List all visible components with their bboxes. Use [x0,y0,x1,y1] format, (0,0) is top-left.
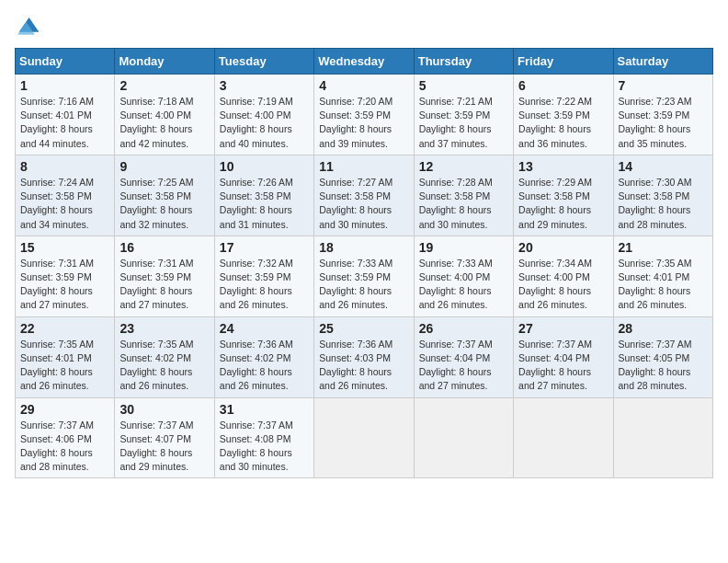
calendar-cell [414,397,513,478]
day-number: 18 [319,240,408,255]
day-number: 3 [220,78,309,93]
calendar-cell: 31Sunrise: 7:37 AMSunset: 4:08 PMDayligh… [214,397,313,478]
day-number: 12 [419,159,508,174]
calendar-cell: 7Sunrise: 7:23 AMSunset: 3:59 PMDaylight… [613,75,712,155]
day-number: 16 [119,240,209,255]
day-detail: Sunrise: 7:27 AMSunset: 3:58 PMDaylight:… [319,176,408,232]
calendar-cell: 19Sunrise: 7:33 AMSunset: 4:00 PMDayligh… [414,236,513,316]
day-number: 15 [20,240,109,255]
day-detail: Sunrise: 7:37 AMSunset: 4:05 PMDaylight:… [619,338,708,394]
day-detail: Sunrise: 7:20 AMSunset: 3:59 PMDaylight:… [319,95,408,151]
calendar-cell: 26Sunrise: 7:37 AMSunset: 4:04 PMDayligh… [414,316,513,397]
day-number: 19 [419,240,508,255]
day-detail: Sunrise: 7:18 AMSunset: 4:00 PMDaylight:… [119,95,209,151]
logo [15,15,44,40]
calendar-cell: 16Sunrise: 7:31 AMSunset: 3:59 PMDayligh… [115,236,214,316]
calendar-week-row: 29Sunrise: 7:37 AMSunset: 4:06 PMDayligh… [16,397,713,478]
calendar-cell: 18Sunrise: 7:33 AMSunset: 3:59 PMDayligh… [314,236,414,316]
day-number: 5 [419,78,508,93]
day-detail: Sunrise: 7:24 AMSunset: 3:58 PMDaylight:… [20,176,109,232]
calendar-cell: 5Sunrise: 7:21 AMSunset: 3:59 PMDaylight… [414,75,513,155]
calendar-cell: 24Sunrise: 7:36 AMSunset: 4:02 PMDayligh… [214,316,313,397]
calendar-week-row: 1Sunrise: 7:16 AMSunset: 4:01 PMDaylight… [16,75,713,155]
column-header-saturday: Saturday [613,49,712,75]
day-detail: Sunrise: 7:21 AMSunset: 3:59 PMDaylight:… [419,95,508,151]
calendar-cell: 27Sunrise: 7:37 AMSunset: 4:04 PMDayligh… [514,316,613,397]
day-detail: Sunrise: 7:26 AMSunset: 3:58 PMDaylight:… [220,176,309,232]
day-number: 26 [419,321,508,336]
calendar-cell: 25Sunrise: 7:36 AMSunset: 4:03 PMDayligh… [314,316,414,397]
day-number: 22 [20,321,109,336]
day-detail: Sunrise: 7:36 AMSunset: 4:02 PMDaylight:… [220,338,309,394]
day-number: 23 [119,321,209,336]
day-detail: Sunrise: 7:32 AMSunset: 3:59 PMDaylight:… [220,257,309,313]
calendar-header-row: SundayMondayTuesdayWednesdayThursdayFrid… [16,49,713,75]
day-detail: Sunrise: 7:36 AMSunset: 4:03 PMDaylight:… [319,338,408,394]
day-detail: Sunrise: 7:28 AMSunset: 3:58 PMDaylight:… [419,176,508,232]
calendar-cell: 12Sunrise: 7:28 AMSunset: 3:58 PMDayligh… [414,155,513,236]
day-detail: Sunrise: 7:35 AMSunset: 4:01 PMDaylight:… [619,257,708,313]
day-number: 4 [319,78,408,93]
day-detail: Sunrise: 7:23 AMSunset: 3:59 PMDaylight:… [619,95,708,151]
day-detail: Sunrise: 7:35 AMSunset: 4:01 PMDaylight:… [20,338,109,394]
day-number: 25 [319,321,408,336]
calendar-cell: 28Sunrise: 7:37 AMSunset: 4:05 PMDayligh… [613,316,712,397]
calendar-cell: 29Sunrise: 7:37 AMSunset: 4:06 PMDayligh… [16,397,115,478]
day-number: 17 [220,240,309,255]
day-detail: Sunrise: 7:31 AMSunset: 3:59 PMDaylight:… [119,257,209,313]
calendar-table: SundayMondayTuesdayWednesdayThursdayFrid… [15,48,713,478]
day-detail: Sunrise: 7:19 AMSunset: 4:00 PMDaylight:… [220,95,309,151]
day-number: 13 [518,159,608,174]
day-detail: Sunrise: 7:35 AMSunset: 4:02 PMDaylight:… [119,338,209,394]
calendar-cell: 1Sunrise: 7:16 AMSunset: 4:01 PMDaylight… [16,75,115,155]
day-detail: Sunrise: 7:37 AMSunset: 4:04 PMDaylight:… [419,338,508,394]
day-detail: Sunrise: 7:31 AMSunset: 3:59 PMDaylight:… [20,257,109,313]
calendar-body: 1Sunrise: 7:16 AMSunset: 4:01 PMDaylight… [16,75,713,478]
calendar-cell: 17Sunrise: 7:32 AMSunset: 3:59 PMDayligh… [214,236,313,316]
day-number: 6 [518,78,608,93]
calendar-cell: 11Sunrise: 7:27 AMSunset: 3:58 PMDayligh… [314,155,414,236]
column-header-sunday: Sunday [16,49,115,75]
calendar-cell: 23Sunrise: 7:35 AMSunset: 4:02 PMDayligh… [115,316,214,397]
calendar-cell [613,397,712,478]
day-detail: Sunrise: 7:33 AMSunset: 3:59 PMDaylight:… [319,257,408,313]
calendar-cell: 22Sunrise: 7:35 AMSunset: 4:01 PMDayligh… [16,316,115,397]
day-number: 8 [20,159,109,174]
calendar-cell: 4Sunrise: 7:20 AMSunset: 3:59 PMDaylight… [314,75,414,155]
day-detail: Sunrise: 7:34 AMSunset: 4:00 PMDaylight:… [518,257,608,313]
day-detail: Sunrise: 7:16 AMSunset: 4:01 PMDaylight:… [20,95,109,151]
day-detail: Sunrise: 7:37 AMSunset: 4:08 PMDaylight:… [220,419,309,475]
calendar-cell: 3Sunrise: 7:19 AMSunset: 4:00 PMDaylight… [214,75,313,155]
column-header-friday: Friday [514,49,613,75]
day-number: 20 [518,240,608,255]
column-header-monday: Monday [115,49,214,75]
column-header-tuesday: Tuesday [214,49,313,75]
day-detail: Sunrise: 7:22 AMSunset: 3:59 PMDaylight:… [518,95,608,151]
calendar-week-row: 15Sunrise: 7:31 AMSunset: 3:59 PMDayligh… [16,236,713,316]
calendar-cell: 13Sunrise: 7:29 AMSunset: 3:58 PMDayligh… [514,155,613,236]
day-number: 21 [619,240,708,255]
calendar-cell [314,397,414,478]
calendar-cell: 2Sunrise: 7:18 AMSunset: 4:00 PMDaylight… [115,75,214,155]
day-detail: Sunrise: 7:29 AMSunset: 3:58 PMDaylight:… [518,176,608,232]
day-number: 10 [220,159,309,174]
calendar-cell: 6Sunrise: 7:22 AMSunset: 3:59 PMDaylight… [514,75,613,155]
day-number: 27 [518,321,608,336]
day-number: 30 [119,402,209,417]
day-number: 7 [619,78,708,93]
day-detail: Sunrise: 7:30 AMSunset: 3:58 PMDaylight:… [619,176,708,232]
calendar-week-row: 22Sunrise: 7:35 AMSunset: 4:01 PMDayligh… [16,316,713,397]
calendar-cell: 8Sunrise: 7:24 AMSunset: 3:58 PMDaylight… [16,155,115,236]
day-number: 11 [319,159,408,174]
calendar-cell: 10Sunrise: 7:26 AMSunset: 3:58 PMDayligh… [214,155,313,236]
day-detail: Sunrise: 7:33 AMSunset: 4:00 PMDaylight:… [419,257,508,313]
column-header-thursday: Thursday [414,49,513,75]
calendar-week-row: 8Sunrise: 7:24 AMSunset: 3:58 PMDaylight… [16,155,713,236]
page-header [15,15,713,40]
calendar-cell: 30Sunrise: 7:37 AMSunset: 4:07 PMDayligh… [115,397,214,478]
calendar-cell: 21Sunrise: 7:35 AMSunset: 4:01 PMDayligh… [613,236,712,316]
day-number: 31 [220,402,309,417]
column-header-wednesday: Wednesday [314,49,414,75]
day-detail: Sunrise: 7:37 AMSunset: 4:04 PMDaylight:… [518,338,608,394]
calendar-cell: 14Sunrise: 7:30 AMSunset: 3:58 PMDayligh… [613,155,712,236]
